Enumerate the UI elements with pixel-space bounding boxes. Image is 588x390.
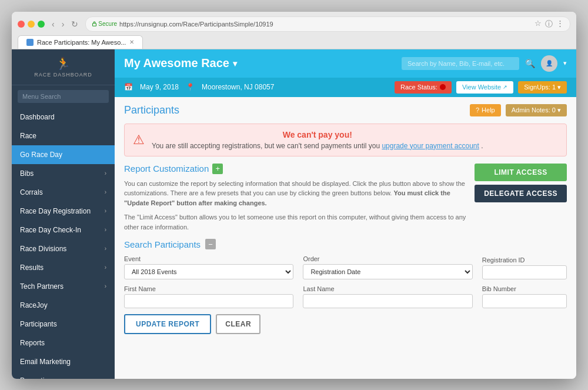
forward-button[interactable]: › <box>59 18 67 30</box>
search-participants-header: Search Participants − <box>124 239 567 249</box>
global-search-input[interactable] <box>402 57 519 70</box>
report-description-bold: You must click the "Update Report" butto… <box>124 189 450 206</box>
signups-button[interactable]: SignUps: 1 ▾ <box>518 81 567 94</box>
external-link-icon: ↗ <box>503 84 507 90</box>
report-description: You can customize the report by selectin… <box>124 179 467 208</box>
sidebar-item-reports[interactable]: Reports <box>12 334 115 352</box>
dropdown-caret-icon[interactable]: ▾ <box>233 59 237 68</box>
signups-label: SignUps: 1 <box>524 84 556 91</box>
help-button[interactable]: ? Help <box>470 104 501 116</box>
app-container: 🏃 RACE DASHBOARD Dashboard Race Go Race … <box>12 49 576 379</box>
sidebar-item-label: Results <box>20 264 44 272</box>
maximize-button[interactable] <box>38 21 45 28</box>
report-customization-header: Report Customization + <box>124 164 467 174</box>
last-name-input[interactable] <box>303 294 472 308</box>
sidebar-item-dashboard[interactable]: Dashboard <box>12 108 115 126</box>
sidebar-item-label: Promotion <box>20 376 52 379</box>
sidebar-item-results[interactable]: Results › <box>12 258 115 277</box>
order-field-group: Order Registration Date <box>303 255 472 279</box>
report-left: Report Customization + You can customize… <box>124 164 467 232</box>
user-avatar[interactable]: 👤 <box>541 55 557 72</box>
report-customization-section: Report Customization + You can customize… <box>115 164 576 239</box>
add-customization-button[interactable]: + <box>212 164 223 174</box>
sidebar-item-race-day-check-in[interactable]: Race Day Check-In › <box>12 221 115 239</box>
status-indicator <box>440 84 446 90</box>
info-icon[interactable]: ⓘ <box>545 19 553 29</box>
event-select[interactable]: All 2018 Events <box>124 264 293 279</box>
search-form-row-1: Event All 2018 Events Order Registration… <box>124 255 567 279</box>
minimize-button[interactable] <box>28 21 35 28</box>
top-bar: My Awesome Race ▾ 🔍 👤 ▾ <box>115 49 576 78</box>
sidebar-item-label: Corrals <box>20 188 43 196</box>
sidebar: 🏃 RACE DASHBOARD Dashboard Race Go Race … <box>12 49 115 379</box>
bib-number-input[interactable] <box>482 294 567 308</box>
close-button[interactable] <box>18 21 25 28</box>
more-icon[interactable]: ⋮ <box>556 19 564 29</box>
address-bar[interactable]: Secure https://runsignup.com/Race/Partic… <box>85 16 570 32</box>
tab-close-icon[interactable]: ✕ <box>129 39 134 45</box>
chevron-right-icon: › <box>105 170 106 176</box>
sidebar-item-label: Bibs <box>20 169 34 178</box>
dropdown-caret-icon: ▾ <box>557 106 561 114</box>
bookmark-icon[interactable]: ☆ <box>534 19 542 29</box>
sidebar-item-corrals[interactable]: Corrals › <box>12 183 115 202</box>
registration-id-label: Registration ID <box>482 256 567 264</box>
sidebar-logo: 🏃 RACE DASHBOARD <box>12 49 115 85</box>
user-dropdown-icon[interactable]: ▾ <box>563 59 567 67</box>
sidebar-item-bibs[interactable]: Bibs › <box>12 164 115 183</box>
race-status-label: Race Status: <box>400 84 437 91</box>
update-report-button[interactable]: UPDATE REPORT <box>124 314 211 334</box>
secure-badge: Secure <box>92 21 117 27</box>
header-action-buttons: ? Help Admin Notes: 0 ▾ <box>470 104 567 116</box>
sidebar-item-go-race-day[interactable]: Go Race Day <box>12 145 115 164</box>
view-website-button[interactable]: View Website ↗ <box>456 81 513 94</box>
admin-notes-button[interactable]: Admin Notes: 0 ▾ <box>506 104 567 116</box>
url-text: https://runsignup.com/Race/ParticipantsS… <box>119 21 273 28</box>
chevron-right-icon: › <box>105 245 106 252</box>
sub-bar-left: 📅 May 9, 2018 📍 Moorestown, NJ 08057 <box>124 83 274 91</box>
sidebar-search-input[interactable] <box>18 90 109 103</box>
warning-text: You are still accepting registrations, b… <box>152 142 483 150</box>
delegate-access-button[interactable]: DELEGATE ACCESS <box>475 185 567 202</box>
top-bar-actions: 🔍 👤 ▾ <box>402 55 567 72</box>
order-select[interactable]: Registration Date <box>303 264 472 279</box>
bib-number-label: Bib Number <box>482 285 567 292</box>
sidebar-item-promotion[interactable]: Promotion <box>12 371 115 379</box>
view-website-label: View Website <box>462 84 501 91</box>
search-icon[interactable]: 🔍 <box>525 59 535 68</box>
question-icon: ? <box>476 106 479 114</box>
sidebar-item-race[interactable]: Race <box>12 126 115 145</box>
search-form-row-2: First Name Last Name Bib Number <box>124 285 567 308</box>
registration-id-input[interactable] <box>482 265 567 279</box>
sidebar-item-email-marketing[interactable]: Email Marketing <box>12 352 115 371</box>
sidebar-item-tech-partners[interactable]: Tech Partners › <box>12 277 115 296</box>
clear-button[interactable]: CLEAR <box>216 314 260 334</box>
collapse-search-button[interactable]: − <box>205 239 216 249</box>
sidebar-item-label: Race <box>20 132 36 140</box>
upgrade-payment-link[interactable]: upgrade your payment account <box>382 142 479 150</box>
sidebar-item-label: Race Divisions <box>20 245 66 253</box>
first-name-label: First Name <box>124 285 293 292</box>
sidebar-item-label: Participants <box>20 320 57 328</box>
browser-tab[interactable]: Race Participants: My Aweso... ✕ <box>18 35 143 49</box>
sidebar-item-participants[interactable]: Participants <box>12 315 115 334</box>
race-title: My Awesome Race ▾ <box>124 56 237 70</box>
chevron-right-icon: › <box>105 208 106 214</box>
race-status-button[interactable]: Race Status: <box>395 81 452 94</box>
first-name-input[interactable] <box>124 294 293 308</box>
report-with-actions: Report Customization + You can customize… <box>124 164 567 232</box>
refresh-button[interactable]: ↻ <box>69 18 81 30</box>
payment-warning-banner: ⚠ We can't pay you! You are still accept… <box>124 124 567 156</box>
chevron-right-icon: › <box>105 283 106 289</box>
sidebar-item-racejoy[interactable]: RaceJoy <box>12 296 115 315</box>
tab-title: Race Participants: My Aweso... <box>37 39 126 46</box>
limit-access-button[interactable]: LIMIT ACCESS <box>475 164 567 181</box>
sub-bar-right: Race Status: View Website ↗ SignUps: 1 ▾ <box>395 81 567 94</box>
back-button[interactable]: ‹ <box>49 18 57 30</box>
sidebar-item-race-day-registration[interactable]: Race Day Registration › <box>12 202 115 221</box>
chevron-right-icon: › <box>105 226 106 233</box>
sidebar-item-race-divisions[interactable]: Race Divisions › <box>12 239 115 258</box>
dropdown-icon: ▾ <box>557 84 561 91</box>
tab-favicon <box>26 39 34 46</box>
warning-title: We can't pay you! <box>152 130 483 139</box>
